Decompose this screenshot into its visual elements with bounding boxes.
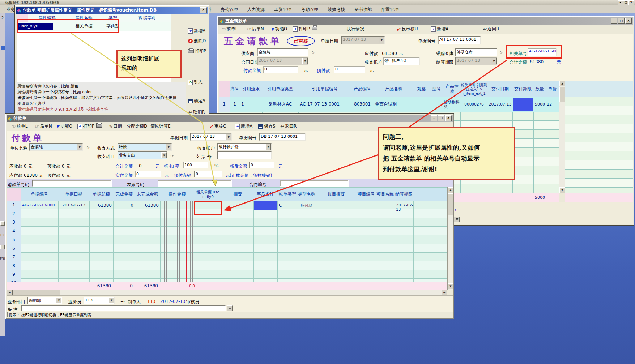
column-header[interactable]: 产品编号 <box>351 81 374 98</box>
clerk-combo[interactable]: 113▼ <box>84 297 115 304</box>
payment-table-vscrollbar[interactable]: ▲ ▼ <box>447 187 453 290</box>
column-header[interactable]: 引用流水 <box>240 81 262 98</box>
cell-type-name[interactable]: 应付款 <box>298 203 316 208</box>
lookup-hand-icon[interactable]: ☞ <box>499 50 504 55</box>
scroll-thumb[interactable] <box>559 87 565 102</box>
column-header-userdef[interactable]: 相关单据 use r_diy0 <box>194 188 222 201</box>
printer-icon-button[interactable] <box>312 26 318 30</box>
remote-maximize-button[interactable]: □ <box>623 0 628 5</box>
menu-item[interactable]: 秘书功能 <box>354 7 372 13</box>
close-icon[interactable]: × <box>200 7 207 13</box>
cell-bill-type[interactable]: C <box>279 203 282 208</box>
column-header[interactable]: 项目名称 <box>376 188 395 201</box>
minimize-button[interactable]: – <box>431 115 437 121</box>
row-number[interactable]: 3 <box>7 220 21 225</box>
prev-doc-button[interactable]: ☜前单L <box>221 26 238 32</box>
way-combo[interactable]: 转帐▼ <box>118 143 172 151</box>
column-header[interactable]: 交付期限 <box>512 81 533 98</box>
column-header[interactable]: 事后备注 <box>253 188 277 201</box>
print-button[interactable]: ✚打印P <box>293 26 310 32</box>
cell-date[interactable]: 2017-07-13 <box>58 203 89 207</box>
warehouse-field[interactable]: 补录仓库 <box>455 48 497 56</box>
column-header[interactable]: 引用单据编号 <box>298 81 351 98</box>
subject-combo[interactable]: 业务支出▼ <box>118 151 167 159</box>
import-button[interactable]: ↻引入 <box>188 79 203 85</box>
doc-no-field[interactable]: DB-17-07-13-0001 <box>259 133 306 141</box>
function-button[interactable]: ▼功能O <box>271 26 287 32</box>
menu-item[interactable]: 配置管理 <box>381 7 399 13</box>
cell-remaining[interactable]: 61380 <box>135 203 159 208</box>
request-no-field[interactable] <box>32 180 112 187</box>
column-header[interactable]: 操作金额 <box>160 188 194 201</box>
scroll-thumb[interactable] <box>448 193 453 215</box>
left-strip-button[interactable] <box>0 245 5 249</box>
clear-calc-button[interactable]: 清帐计算E <box>150 123 171 129</box>
row-number[interactable]: 1 <box>7 202 21 207</box>
lookup-hand-icon[interactable]: ☞ <box>311 50 316 55</box>
selected-cell[interactable] <box>513 98 533 111</box>
payment-table-hscrollbar[interactable]: ◄ ► <box>7 290 447 295</box>
more-button[interactable]: … <box>120 298 125 303</box>
row-number[interactable]: 4 <box>7 228 21 234</box>
scroll-right-button[interactable]: ► <box>442 290 447 295</box>
dept-combo[interactable]: 采购部▼ <box>27 297 62 304</box>
lookup-hand-icon[interactable]: ☞ <box>170 153 175 159</box>
next-doc-button[interactable]: ☞后单N <box>247 26 264 32</box>
printer-icon-button[interactable] <box>96 123 102 128</box>
left-strip-button[interactable] <box>0 221 5 226</box>
scroll-left-button[interactable]: ◄ <box>7 290 13 295</box>
menu-item[interactable]: 考勤管理 <box>301 7 318 13</box>
column-header[interactable]: 产品性质 <box>444 81 460 98</box>
row-number[interactable]: 5 <box>7 237 21 242</box>
row-number[interactable]: 6 <box>7 246 21 251</box>
column-header[interactable]: 单据日期 <box>58 188 89 201</box>
actual-field[interactable]: 0 <box>135 171 161 177</box>
column-header[interactable]: 型号 <box>429 81 444 98</box>
scroll-down-button[interactable]: ▼ <box>448 283 453 289</box>
doc-date-combo[interactable]: 2017-07-13▼ <box>190 133 232 141</box>
hardware-table-row1[interactable]: 1 1 1 采购补入AC AC-17-07-13-0001 803001 金百合… <box>219 97 559 112</box>
delete-button[interactable]: ✖删除D <box>188 38 206 44</box>
hardware-table-vscrollbar[interactable]: ▲ ▼ <box>559 81 565 193</box>
menu-item[interactable]: 办公管理 <box>221 7 238 13</box>
allocate-button[interactable]: 分配金额D <box>127 123 147 129</box>
print-button[interactable]: ✚打印P <box>77 123 94 129</box>
column-header[interactable]: 结算期限 <box>395 188 413 201</box>
remote-minimize-button[interactable]: – <box>618 0 623 5</box>
selected-cell[interactable] <box>254 201 277 210</box>
account-combo[interactable]: 银行帐户袋▼ <box>217 143 272 151</box>
column-header[interactable]: 引用单据类型 <box>262 81 298 98</box>
scroll-up-button[interactable]: ▲ <box>448 187 453 193</box>
close-button[interactable]: × <box>625 18 632 24</box>
column-header[interactable]: 项目编号 <box>357 188 376 201</box>
cancel-button[interactable]: ↩取消R <box>188 109 205 115</box>
payment-table-body[interactable]: 1 2 3 4 5 6 7 8 9 10 AH-17-07-13-0001 20… <box>7 201 447 282</box>
expand-button[interactable]: ≡ <box>454 217 460 222</box>
column-header[interactable]: 单据总额 <box>89 188 113 201</box>
remote-close-button[interactable]: × <box>628 0 634 5</box>
column-header[interactable]: 产品名称 <box>374 81 414 98</box>
discount-field[interactable]: 100 <box>183 162 208 168</box>
audit-button[interactable]: ✔审核C <box>209 123 226 129</box>
left-strip-icon[interactable] <box>1 46 5 50</box>
remark-field[interactable] <box>21 305 226 311</box>
cell-done[interactable]: 0 <box>113 203 133 208</box>
scroll-up-button[interactable]: ▲ <box>559 81 565 86</box>
column-header[interactable]: 未完成金额 <box>135 188 160 201</box>
column-header[interactable]: 数量 <box>533 81 546 98</box>
check-no-field[interactable] <box>217 151 272 159</box>
doc-no-field[interactable]: AH-17-07-13-0001 <box>438 36 481 44</box>
save-button[interactable]: 保存S <box>258 123 276 129</box>
prepay-field[interactable]: 0 <box>334 66 365 73</box>
payment-window-titlebar[interactable]: ◆◆ 付款单 – □ × <box>7 115 453 122</box>
supplier-field[interactable]: 金慎纯 <box>257 48 308 56</box>
column-header[interactable]: 账目摘要 <box>316 188 357 201</box>
row-number[interactable]: 2 <box>7 211 21 216</box>
cell-total[interactable]: 61380 <box>89 203 112 208</box>
invoice-no-field[interactable] <box>158 180 232 187</box>
maximize-button[interactable]: □ <box>438 115 444 121</box>
menu-item[interactable]: 绩效考核 <box>328 7 345 13</box>
column-header-userdef[interactable]: 相关单号 引用到自定义1 v r_item_ext_1 <box>460 81 488 98</box>
contract-date-combo[interactable]: 2017-07-13▼ <box>257 57 308 65</box>
new-button[interactable]: ✚新增A <box>235 123 252 129</box>
